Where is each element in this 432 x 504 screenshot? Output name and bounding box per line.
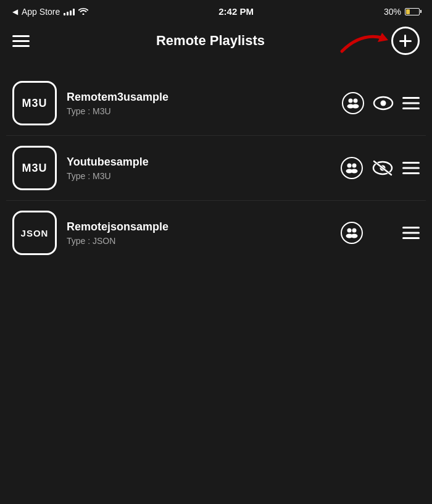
svg-point-23 bbox=[341, 222, 362, 243]
svg-point-5 bbox=[352, 104, 359, 109]
battery-percent: 30% bbox=[384, 7, 401, 17]
playlist-name: Youtubesample bbox=[67, 156, 331, 169]
svg-point-7 bbox=[381, 101, 386, 106]
add-playlist-button[interactable] bbox=[391, 27, 420, 55]
svg-rect-20 bbox=[402, 162, 420, 164]
svg-rect-30 bbox=[402, 237, 420, 239]
svg-point-27 bbox=[351, 234, 358, 238]
svg-marker-0 bbox=[378, 33, 388, 42]
people-icon[interactable] bbox=[341, 157, 363, 179]
people-icon[interactable] bbox=[342, 92, 364, 114]
playlist-info: Remotejsonsample Type : JSON bbox=[67, 220, 331, 246]
add-button-wrapper bbox=[391, 27, 420, 55]
playlist-type-label: Type : M3U bbox=[67, 171, 331, 181]
wifi-icon bbox=[78, 7, 88, 17]
playlist-item: M3U Youtubesample Type : M3U bbox=[6, 136, 426, 201]
svg-point-1 bbox=[343, 93, 363, 114]
menu-icon[interactable] bbox=[402, 162, 420, 174]
svg-rect-9 bbox=[402, 103, 420, 104]
battery-icon bbox=[405, 8, 420, 15]
svg-point-14 bbox=[352, 164, 357, 168]
playlist-item: M3U Remotem3usample Type : M3U bbox=[6, 71, 426, 136]
status-right: 30% bbox=[384, 7, 420, 17]
hamburger-line-2 bbox=[12, 40, 30, 42]
playlist-type-label: Type : JSON bbox=[67, 236, 331, 246]
menu-icon[interactable] bbox=[402, 97, 420, 109]
svg-point-4 bbox=[354, 99, 358, 103]
menu-icon[interactable] bbox=[402, 227, 420, 239]
svg-rect-10 bbox=[402, 107, 420, 109]
arrow-annotation bbox=[336, 20, 397, 57]
carrier-name: App Store bbox=[22, 7, 60, 17]
playlist-actions bbox=[342, 92, 420, 114]
playlist-actions bbox=[341, 222, 420, 244]
svg-point-15 bbox=[351, 169, 358, 174]
playlist-name: Remotejsonsample bbox=[67, 220, 331, 233]
svg-rect-21 bbox=[402, 167, 420, 169]
status-bar: ◀ App Store 2:42 PM 30% bbox=[0, 0, 432, 20]
playlist-type-badge: M3U bbox=[12, 81, 57, 125]
svg-rect-29 bbox=[402, 232, 420, 234]
battery-fill bbox=[406, 9, 410, 14]
svg-point-26 bbox=[352, 229, 357, 233]
playlist-actions bbox=[341, 157, 420, 179]
playlist-type-badge: M3U bbox=[12, 146, 57, 190]
eye-slash-icon[interactable] bbox=[372, 160, 394, 176]
svg-rect-28 bbox=[402, 227, 420, 229]
svg-point-11 bbox=[341, 158, 362, 178]
playlist-info: Youtubesample Type : M3U bbox=[67, 156, 331, 181]
svg-point-2 bbox=[349, 99, 353, 103]
playlist-list: M3U Remotem3usample Type : M3U bbox=[0, 65, 432, 271]
hamburger-menu-button[interactable] bbox=[12, 35, 30, 47]
nav-bar: Remote Playlists bbox=[0, 20, 432, 65]
people-icon[interactable] bbox=[341, 222, 363, 244]
hamburger-line-3 bbox=[12, 45, 30, 47]
playlist-item: JSON Remotejsonsample Type : JSON bbox=[6, 201, 426, 265]
svg-point-12 bbox=[347, 164, 352, 168]
playlist-type-label: Type : M3U bbox=[67, 106, 332, 116]
status-left: ◀ App Store bbox=[12, 7, 88, 17]
playlist-name: Remotem3usample bbox=[67, 91, 332, 104]
playlist-type-badge: JSON bbox=[12, 211, 57, 255]
svg-rect-22 bbox=[402, 172, 420, 174]
svg-rect-8 bbox=[402, 97, 420, 99]
status-time: 2:42 PM bbox=[218, 6, 254, 17]
svg-point-24 bbox=[347, 229, 352, 233]
page-title: Remote Playlists bbox=[156, 33, 265, 49]
signal-bars-icon bbox=[64, 8, 75, 15]
back-arrow-icon: ◀ bbox=[12, 7, 18, 16]
hamburger-line-1 bbox=[12, 35, 30, 37]
eye-icon[interactable] bbox=[373, 96, 394, 111]
playlist-info: Remotem3usample Type : M3U bbox=[67, 91, 332, 116]
